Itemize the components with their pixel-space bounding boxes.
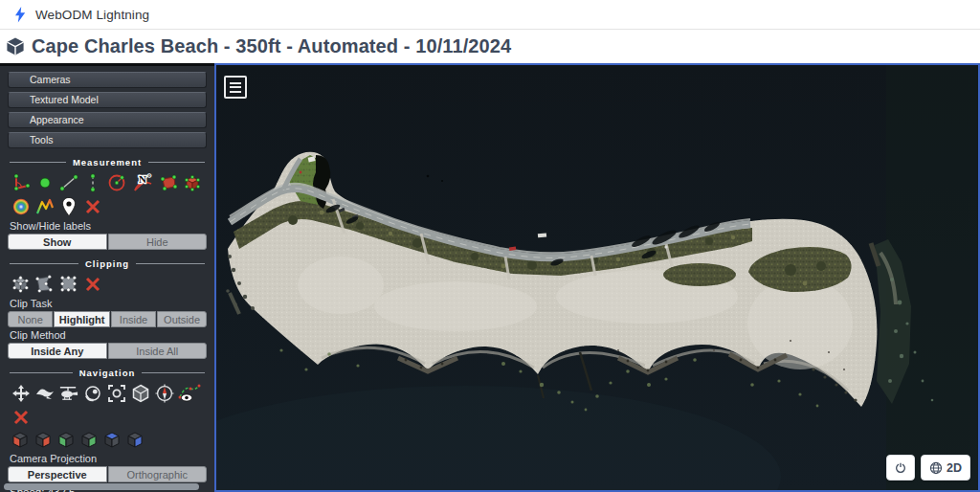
switch-2d-button[interactable]: 2D [921,455,970,481]
compass-icon[interactable] [153,382,175,404]
circle-measure-icon[interactable] [105,171,127,193]
top-header: WebODM Lightning [0,0,980,30]
navigation-tools [8,381,207,429]
webodm-app: WebODM Lightning Cape Charles Beach - 35… [0,0,980,492]
sidebar-accordion: Cameras Textured Model Appearance Tools [8,72,207,148]
angle-measure-icon[interactable] [10,171,32,193]
clip-polygon-icon[interactable] [33,273,56,295]
svg-text:°: ° [147,172,150,181]
show-hide-labels-caption: Show/Hide labels [10,220,207,232]
panel-appearance[interactable]: Appearance [8,112,207,128]
area-measure-icon[interactable] [157,171,179,193]
clip-task-none[interactable]: None [8,311,53,327]
sidebar-horizontal-scrollbar[interactable] [4,483,199,490]
navigation-title: Navigation [79,368,136,378]
clip-method-inside-all[interactable]: Inside All [108,343,208,359]
clip-task-outside[interactable]: Outside [157,311,207,327]
height-map-icon[interactable] [10,195,32,217]
clip-task-inside[interactable]: Inside [111,311,156,327]
camera-animation-icon[interactable] [177,382,202,404]
height-profile-icon[interactable] [33,195,56,217]
panel-cameras[interactable]: Cameras [8,72,207,88]
view-left-icon[interactable] [10,430,31,450]
svg-text:N: N [139,173,146,185]
clipping-title: Clipping [85,258,129,269]
app-title: WebODM Lightning [35,8,149,22]
remove-clipping-icon[interactable] [81,273,103,295]
clipping-section-header: Clipping [10,258,205,269]
panel-tools[interactable]: Tools [8,132,207,148]
focus-icon[interactable] [105,382,127,404]
full-extent-icon[interactable] [129,382,151,404]
camera-projection-group: Perspective Orthographic [8,466,207,482]
camera-projection-label: Camera Projection [10,453,207,464]
lightning-bolt-icon [14,7,26,23]
azimuth-measure-icon[interactable]: N ° [129,171,155,193]
point-measure-icon[interactable] [33,171,56,193]
clip-task-label: Clip Task [10,298,207,309]
view-top-icon[interactable] [101,430,122,450]
annotation-icon[interactable] [57,195,79,217]
view-bottom-icon[interactable] [124,430,145,450]
switch-2d-label: 2D [947,461,962,475]
clip-method-inside-any[interactable]: Inside Any [8,343,107,359]
height-measure-icon[interactable] [81,171,103,193]
projection-orthographic[interactable]: Orthographic [108,466,208,482]
remove-measurements-icon[interactable] [81,195,103,217]
clip-task-highlight[interactable]: Highlight [54,311,110,327]
remove-navigation-icon[interactable] [10,406,32,428]
hide-labels-button[interactable]: Hide [108,234,208,250]
orbit-control-icon[interactable] [81,382,103,404]
volume-measure-icon[interactable] [181,171,203,193]
main-area: Cameras Textured Model Appearance Tools … [0,63,980,492]
navigation-section-header: Navigation [10,368,205,378]
view-cube-tools [8,429,207,451]
3d-viewport: 2D [214,63,980,492]
clipping-tools [8,272,207,296]
clip-volume-icon[interactable] [10,273,32,295]
clip-method-group: Inside Any Inside All [8,343,207,359]
show-labels-button[interactable]: Show [8,234,107,250]
power-button[interactable] [886,455,915,481]
task-title-bar: Cape Charles Beach - 350ft - Automated -… [0,30,980,63]
view-back-icon[interactable] [78,430,100,450]
viewer-menu-button[interactable] [224,76,247,99]
power-icon [895,460,906,475]
clip-method-label: Clip Method [10,329,207,341]
sidebar: Cameras Textured Model Appearance Tools … [0,63,214,492]
hamburger-icon [230,82,241,84]
projection-perspective[interactable]: Perspective [8,466,107,482]
flight-control-icon[interactable] [33,382,56,404]
clip-screen-box-icon[interactable] [57,273,79,295]
earth-control-icon[interactable] [10,382,32,404]
measurement-section-header: Measurement [10,157,205,168]
page-title: Cape Charles Beach - 350ft - Automated -… [32,35,511,57]
measurement-tools: N ° [8,170,207,218]
clip-task-group: None Highlight Inside Outside [8,311,207,327]
globe-icon [929,461,943,475]
view-right-icon[interactable] [33,430,54,450]
distance-measure-icon[interactable] [57,171,79,193]
cube-icon [6,36,25,56]
view-front-icon[interactable] [56,430,77,450]
point-cloud-scene[interactable] [216,65,978,490]
helicopter-control-icon[interactable] [57,382,79,404]
measurement-title: Measurement [73,157,142,168]
labels-toggle-group: Show Hide [8,234,207,250]
panel-textured-model[interactable]: Textured Model [8,92,207,108]
viewport-actions: 2D [886,455,970,481]
